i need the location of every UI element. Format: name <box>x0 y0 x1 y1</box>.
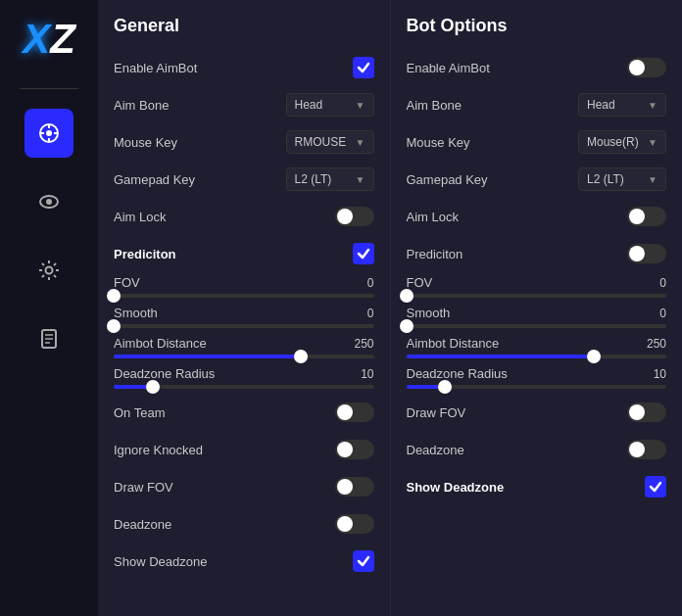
slider-row: FOV 0 <box>407 275 667 290</box>
slider-thumb[interactable] <box>107 319 121 333</box>
setting-label: Show Deadzone <box>407 480 646 495</box>
slider-thumb[interactable] <box>146 380 160 394</box>
sidebar-item-aimbot[interactable] <box>24 109 73 158</box>
toggle-knob <box>337 516 353 532</box>
setting-row: Gamepad Key L2 (LT) ▼ <box>114 164 374 195</box>
sidebar-item-visuals[interactable] <box>24 177 73 226</box>
slider-setting-aimbot-distance: Aimbot Distance 250 <box>407 336 667 358</box>
toggle[interactable] <box>335 440 374 459</box>
slider-thumb[interactable] <box>294 350 308 363</box>
sidebar-divider <box>20 88 78 89</box>
toggle-knob <box>337 404 353 420</box>
slider-value: 10 <box>345 367 374 381</box>
slider-label: Smooth <box>407 306 638 320</box>
setting-row: On Team <box>114 397 374 428</box>
slider-thumb[interactable] <box>438 380 452 394</box>
main-content: General Enable AimBot Aim Bone Head ▼ Mo… <box>98 0 682 616</box>
setting-label: Prediciton <box>407 247 628 261</box>
toggle[interactable] <box>627 244 666 263</box>
checkbox[interactable] <box>645 476 666 498</box>
logo-z: Z <box>50 16 75 63</box>
slider-track[interactable] <box>407 385 667 389</box>
slider-thumb[interactable] <box>400 319 414 333</box>
sidebar: XZ <box>0 0 98 616</box>
slider-thumb[interactable] <box>107 289 121 303</box>
target-icon <box>37 121 61 145</box>
setting-row: Aim Lock <box>407 201 667 232</box>
dropdown-value: RMOUSE <box>295 135 347 149</box>
setting-label: Enable AimBot <box>407 61 628 75</box>
file-icon <box>37 327 61 351</box>
slider-fill <box>407 355 594 358</box>
eye-icon <box>37 190 61 213</box>
dropdown[interactable]: L2 (LT) ▼ <box>286 167 374 191</box>
setting-label: Show Deadzone <box>114 554 353 569</box>
slider-track[interactable] <box>114 324 374 328</box>
toggle-knob <box>629 246 645 261</box>
checkbox[interactable] <box>353 57 374 78</box>
setting-label: Aim Bone <box>407 98 579 113</box>
setting-row: Gamepad Key L2 (LT) ▼ <box>407 164 667 195</box>
setting-row: Deadzone <box>114 508 374 540</box>
toggle[interactable] <box>335 514 374 534</box>
setting-label: Aim Bone <box>114 98 286 113</box>
slider-value: 0 <box>637 307 666 320</box>
setting-label: Mouse Key <box>114 135 286 150</box>
slider-track[interactable] <box>114 294 374 298</box>
slider-track[interactable] <box>114 355 374 358</box>
dropdown[interactable]: Mouse(R) ▼ <box>578 130 666 154</box>
dropdown[interactable]: L2 (LT) ▼ <box>578 167 666 191</box>
slider-track[interactable] <box>114 385 374 389</box>
slider-thumb[interactable] <box>587 350 601 363</box>
slider-row: Smooth 0 <box>114 306 374 320</box>
slider-track[interactable] <box>407 294 667 298</box>
svg-point-1 <box>46 130 52 136</box>
gear-icon <box>37 259 61 282</box>
slider-track[interactable] <box>407 324 667 328</box>
dropdown-value: Head <box>295 98 323 112</box>
slider-track[interactable] <box>407 355 667 358</box>
setting-label: On Team <box>114 405 335 420</box>
toggle-knob <box>629 60 645 75</box>
dropdown[interactable]: RMOUSE ▼ <box>286 130 374 154</box>
slider-label: FOV <box>407 275 638 290</box>
dropdown-value: L2 (LT) <box>587 172 624 186</box>
setting-row: Mouse Key RMOUSE ▼ <box>114 126 374 158</box>
toggle[interactable] <box>627 58 666 77</box>
setting-label: Aim Lock <box>407 210 628 224</box>
slider-label: Deadzone Radius <box>114 366 345 381</box>
slider-row: Aimbot Distance 250 <box>114 336 374 351</box>
dropdown[interactable]: Head ▼ <box>286 93 374 117</box>
general-panel: General Enable AimBot Aim Bone Head ▼ Mo… <box>98 0 391 616</box>
slider-setting-fov: FOV 0 <box>114 275 374 298</box>
checkbox[interactable] <box>353 243 374 264</box>
setting-row: Show Deadzone <box>407 471 667 502</box>
toggle[interactable] <box>627 403 666 422</box>
slider-label: Deadzone Radius <box>407 366 638 381</box>
setting-row: Enable AimBot <box>407 52 667 83</box>
dropdown-value: Head <box>587 98 615 112</box>
slider-label: Aimbot Distance <box>407 336 638 351</box>
toggle[interactable] <box>335 403 374 422</box>
toggle[interactable] <box>627 440 666 459</box>
toggle[interactable] <box>335 477 374 497</box>
toggle-knob <box>629 209 645 224</box>
slider-value: 250 <box>345 337 374 351</box>
setting-row: Enable AimBot <box>114 52 374 83</box>
sidebar-item-settings[interactable] <box>24 246 73 295</box>
bot-panel-title: Bot Options <box>407 16 667 36</box>
toggle[interactable] <box>627 207 666 226</box>
sidebar-item-scripts[interactable] <box>24 314 73 363</box>
slider-label: Smooth <box>114 306 345 320</box>
toggle-knob <box>337 479 353 495</box>
setting-row: Aim Lock <box>114 201 374 232</box>
slider-thumb[interactable] <box>400 289 414 303</box>
toggle[interactable] <box>335 207 374 226</box>
svg-point-8 <box>46 267 53 274</box>
slider-fill <box>114 355 301 358</box>
checkbox[interactable] <box>353 550 374 572</box>
setting-label: Gamepad Key <box>114 172 286 187</box>
setting-label: Gamepad Key <box>407 172 579 187</box>
dropdown[interactable]: Head ▼ <box>578 93 666 117</box>
slider-label: FOV <box>114 275 345 290</box>
